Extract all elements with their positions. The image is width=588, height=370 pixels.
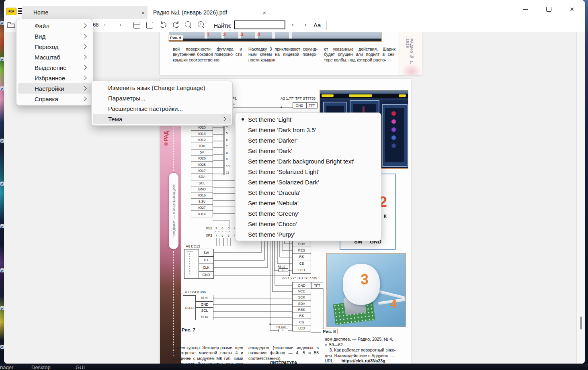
fig7-label: Рис. 7 [182,327,195,332]
tft2-pin-cell: RS [292,253,311,260]
menu-item-label: Выделение [35,64,66,71]
r3-label: R3 10 [278,265,285,268]
main-menu-item[interactable]: Избранное [18,73,92,83]
close-button[interactable]: × [563,2,581,16]
a5-pin-column: VCCSCKSDARESRSCSLED [292,288,311,331]
theme-menu-item[interactable]: Set theme 'Darker' [237,135,380,145]
tab-home[interactable]: Home × [22,6,148,19]
pin-number: 5 [226,128,234,135]
settings-menu-item[interactable]: Тема [93,114,231,124]
maximize-button[interactable] [539,2,558,16]
mcu-pin-table: IO23IO13IO12IO45VIO26IO25IO17SDASCLGNDIO… [191,125,213,217]
open-folder-icon[interactable] [7,21,16,29]
a5-pin-cell: CS [292,319,311,325]
menu-item-label: Файл [35,22,49,29]
theme-menu-item[interactable]: Set theme 'Solarized Dark' [237,177,380,187]
menu-item-label: Set theme 'Light' [248,116,293,123]
mcu-pin-cell: IO25 [191,161,213,168]
main-menu-item[interactable]: Справка [18,94,92,104]
photo-number: 4 [257,32,260,37]
r4-label: R4 100 [277,325,286,328]
fit-page-icon[interactable] [133,22,140,29]
chevron-right-icon [82,86,86,90]
rotate-left-icon[interactable] [159,21,167,29]
page-number-field[interactable]: 68 [93,22,98,28]
theme-menu-item[interactable]: Set theme 'Dark' [237,145,380,156]
tft2-pin-cell: RES [292,247,311,253]
main-menu-item[interactable]: Переход [18,41,92,52]
theme-menu-item[interactable]: Set theme 'Nebula' [237,198,380,208]
mcu-pin-cell: IO13 [191,130,213,137]
find-previous-icon[interactable]: ‹ [292,21,294,28]
a2-gnd-cell: GND [293,102,306,108]
find-label: Найти: [214,22,232,29]
main-menu-item[interactable]: Вид [18,31,92,41]
page-forward-button[interactable]: → [116,20,123,28]
a5-pin-cell: RES [292,307,311,313]
find-next-icon[interactable]: › [305,21,307,28]
main-menu-item[interactable]: Выделение [18,62,92,73]
taskbar-item[interactable]: Desktop [31,364,51,370]
text-line: URL: https://clck.ru/3Na23g [325,358,401,364]
mcu-pin-cell: IO26 [191,155,213,161]
menu-item-label: Set theme 'Dark from 3.5' [248,127,316,133]
a7-header: A7 SSD1306 [185,290,206,294]
main-menu-item[interactable]: Настройки [18,83,92,94]
xp1-pin1: 1 [233,102,235,105]
taskbar-item[interactable]: GUI [76,364,85,370]
theme-menu-item[interactable]: Set theme 'Solarized Light' [237,166,380,177]
tft2-pin-cell: SDA [292,240,311,247]
chevron-right-icon [82,96,86,101]
main-menu-item[interactable]: Файл [18,20,92,31]
menu-item-label: Set theme 'Dracula' [248,189,300,196]
taskbar-item[interactable]: nager [0,364,13,370]
a6-header: A6 EC12 [186,244,200,248]
mcu-pin-cell: IO27 [191,204,213,211]
main-menu-item[interactable]: Масштаб [18,52,92,62]
page-back-button[interactable]: ← [103,20,110,28]
r3-resistor [279,268,288,272]
tab-close-icon[interactable]: × [139,9,148,16]
magazine-edge-text: РАДИО № 1, 2026 [406,39,414,75]
menu-item-label: Set theme 'Nebula' [248,200,299,206]
vertical-scrollbar[interactable] [576,32,585,364]
minimize-button[interactable] [516,2,535,16]
menu-item-label: Set theme 'Solarized Dark' [248,179,319,186]
theme-menu-item[interactable]: Set theme 'Greeny' [237,208,380,219]
zoom-in-icon[interactable]: + [198,21,204,27]
a5-pin-cell: VCC [292,288,311,294]
photo-number: 2 [223,32,226,37]
tft2-pin-cell: CS [292,260,311,267]
find-input[interactable] [234,20,285,29]
mcu-pin-cell: IO14 [191,211,213,217]
taskbar[interactable]: nager Desktop GUI [0,364,588,370]
tab-document[interactable]: Радио №1 (январь 2026).pdf × [148,6,269,19]
magazine-edge-sidebar: РАДИО № 1, 2026 [398,32,422,75]
settings-menu-item[interactable]: Параметры... [93,93,231,103]
a7-pin-column: VCCGNDSCLSDA [196,295,213,320]
pdf-page-1: 1 2 3 4 Рис. 6 вой поверхности футляра и… [160,32,422,75]
theme-menu-item[interactable]: Set theme 'Dracula' [237,187,380,198]
chevron-right-icon [82,34,86,38]
scrollbar-thumb[interactable] [580,317,582,329]
theme-menu-item[interactable]: Set theme 'Purpy' [237,229,380,239]
theme-menu-item[interactable]: Set theme 'Dark background Bright text' [237,156,380,166]
match-case-toggle[interactable]: Aa [313,22,321,29]
a6-pin-cell: GND [199,271,214,279]
settings-menu-item[interactable]: Изменить язык (Change Language) [93,82,231,93]
a6-pin-cell: CLK [199,264,214,272]
menu-item-label: Set theme 'Greeny' [248,210,299,217]
settings-menu-item[interactable]: Расширенные настройки... [93,103,231,114]
rotate-right-icon[interactable] [172,21,180,29]
app-logo-pdf-icon: PDF [6,8,16,15]
theme-menu-item[interactable]: Set theme 'Dark from 3.5' [237,125,380,135]
page1-text-col3: ет указанные действия. Шарик будет опуще… [324,47,395,63]
zoom-out-icon[interactable]: − [185,21,191,27]
tab-close-icon[interactable]: × [260,9,269,16]
theme-menu-item[interactable]: Set theme 'Light' [237,114,380,125]
theme-menu-item[interactable]: Set theme 'Choco' [237,219,380,229]
a6-pin-cell: DT [199,256,214,264]
a5-pin-cell: SDA [292,300,311,307]
a5-pin-cell: SCK [292,294,311,300]
single-page-icon[interactable] [146,22,153,29]
